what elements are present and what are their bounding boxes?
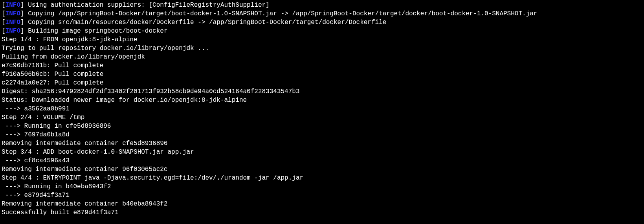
log-line: Removing intermediate container cfe5d893… xyxy=(2,139,642,148)
log-text: Using authentication suppliers: [ConfigF… xyxy=(28,2,270,9)
log-line: c2274a1a0e27: Pull complete xyxy=(2,79,642,87)
log-line: ---> e879d41f3a71 xyxy=(2,191,642,200)
bracket-open: [ xyxy=(2,10,6,17)
info-label: INFO xyxy=(6,28,20,35)
log-text: f910a506b6cb: Pull complete xyxy=(2,71,103,78)
info-label: INFO xyxy=(6,2,20,9)
log-text: Trying to pull repository docker.io/libr… xyxy=(2,45,209,52)
log-text: Step 4/4 : ENTRYPOINT java -Djava.securi… xyxy=(2,174,303,182)
log-line: Digest: sha256:94792824df2df33402f201713… xyxy=(2,87,642,96)
log-text: ---> a3562aa0b991 xyxy=(2,105,70,112)
bracket-open: [ xyxy=(2,28,6,35)
log-text: e7c96db7181b: Pull complete xyxy=(2,62,103,69)
log-text: Copying src/main/resources/docker/Docker… xyxy=(28,19,386,26)
log-line: ---> Running in cfe5d8936896 xyxy=(2,122,642,130)
log-text: Building image springboot/boot-docker xyxy=(28,28,167,35)
log-text: ---> cf8ca4596a43 xyxy=(2,157,70,164)
log-line: f910a506b6cb: Pull complete xyxy=(2,70,642,79)
log-line: [INFO] Copying src/main/resources/docker… xyxy=(2,18,642,27)
log-text: Status: Downloaded newer image for docke… xyxy=(2,97,247,104)
log-line: [INFO] Using authentication suppliers: [… xyxy=(2,1,642,9)
log-line: Step 2/4 : VOLUME /tmp xyxy=(2,113,642,122)
log-text: Removing intermediate container cfe5d893… xyxy=(2,140,167,147)
log-text: ---> Running in cfe5d8936896 xyxy=(2,123,111,130)
info-label: INFO xyxy=(6,19,20,26)
log-line: Removing intermediate container 96f03065… xyxy=(2,165,642,174)
log-text: Digest: sha256:94792824df2df33402f201713… xyxy=(2,88,300,95)
log-text: Step 1/4 : FROM openjdk:8-jdk-alpine xyxy=(2,36,138,43)
log-line: Step 3/4 : ADD boot-docker-1.0-SNAPSHOT.… xyxy=(2,148,642,156)
bracket-close: ] xyxy=(20,19,28,26)
bracket-close: ] xyxy=(20,10,28,17)
bracket-close: ] xyxy=(20,28,28,35)
log-text: Step 3/4 : ADD boot-docker-1.0-SNAPSHOT.… xyxy=(2,149,194,156)
bracket-open: [ xyxy=(2,19,6,26)
info-label: INFO xyxy=(6,10,20,17)
log-line: Successfully built e879d41f3a71 xyxy=(2,208,642,217)
log-line: ---> cf8ca4596a43 xyxy=(2,156,642,165)
bracket-open: [ xyxy=(2,2,6,9)
log-line: [INFO] Building image springboot/boot-do… xyxy=(2,27,642,35)
log-line: Step 4/4 : ENTRYPOINT java -Djava.securi… xyxy=(2,174,642,182)
log-line: Step 1/4 : FROM openjdk:8-jdk-alpine xyxy=(2,35,642,44)
log-text: Pulling from docker.io/library/openjdk xyxy=(2,53,145,61)
log-text: Removing intermediate container 96f03065… xyxy=(2,166,167,173)
log-line: ---> Running in b40eba8943f2 xyxy=(2,182,642,191)
bracket-close: ] xyxy=(20,2,28,9)
log-line: Removing intermediate container b40eba89… xyxy=(2,200,642,208)
log-text: Copying /app/SpringBoot-Docker/target/bo… xyxy=(28,10,537,17)
log-text: ---> Running in b40eba8943f2 xyxy=(2,183,111,190)
log-text: ---> 7697da0b1a8d xyxy=(2,131,70,138)
log-line: e7c96db7181b: Pull complete xyxy=(2,61,642,70)
log-text: Successfully built e879d41f3a71 xyxy=(2,209,119,216)
log-line: ---> 7697da0b1a8d xyxy=(2,130,642,139)
log-line: Pulling from docker.io/library/openjdk xyxy=(2,53,642,61)
log-line: Status: Downloaded newer image for docke… xyxy=(2,96,642,105)
log-line: Trying to pull repository docker.io/libr… xyxy=(2,44,642,53)
log-text: Removing intermediate container b40eba89… xyxy=(2,200,167,207)
log-text: c2274a1a0e27: Pull complete xyxy=(2,79,103,86)
log-text: Step 2/4 : VOLUME /tmp xyxy=(2,114,84,121)
log-line: ---> a3562aa0b991 xyxy=(2,105,642,113)
log-line: [INFO] Copying /app/SpringBoot-Docker/ta… xyxy=(2,9,642,18)
terminal-output: [INFO] Using authentication suppliers: [… xyxy=(0,0,644,218)
log-text: ---> e879d41f3a71 xyxy=(2,192,70,199)
